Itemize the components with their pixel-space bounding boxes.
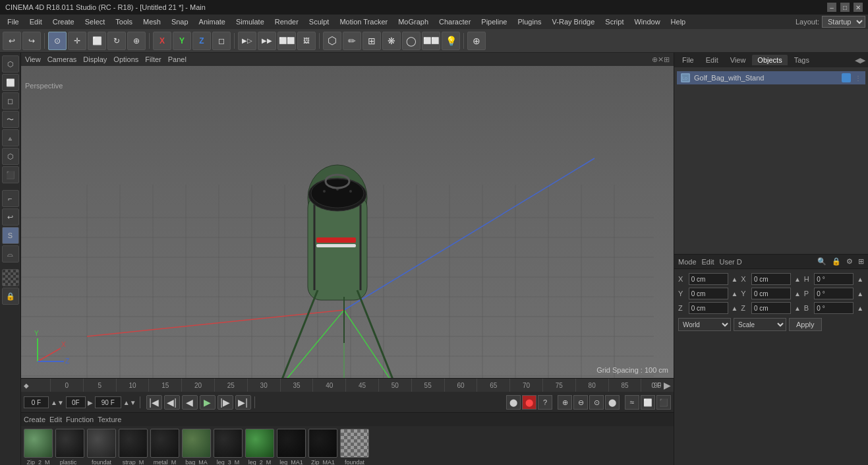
render-picture-button[interactable]: 🖼 [297,32,316,50]
play-forward-button[interactable]: ▶ [200,395,216,410]
menu-character[interactable]: Character [434,16,475,27]
coord-x-rot[interactable] [751,273,791,285]
mat-legma1[interactable]: leg_MA1 [277,429,306,465]
model-mode-icon[interactable]: ⬡ [2,55,19,73]
object-item-golf-bag[interactable]: Lo Golf_Bag_with_Stand ⋮ [677,71,865,84]
coord-b[interactable] [814,302,854,314]
coord-p[interactable] [814,288,854,299]
snap-icon[interactable]: ⊕ [467,32,486,50]
keyframe-remove-button[interactable]: ⊖ [573,395,588,410]
deformer-icon[interactable]: ⟁ [2,129,19,146]
maximize-button[interactable]: □ [840,3,850,12]
move-tool-button[interactable]: ✛ [68,32,86,50]
menu-select[interactable]: Select [80,16,110,27]
mat-zip2m[interactable]: Zip_2_M [24,429,53,465]
particles-icon[interactable]: ❋ [382,32,401,50]
mat-strap[interactable]: strap_M [119,429,148,465]
all-axis-button[interactable]: ◻ [212,32,231,50]
menu-edit[interactable]: Edit [25,16,47,27]
viewport-menu-panel[interactable]: Panel [168,55,187,63]
tab-file[interactable]: File [677,55,699,65]
viewport-menu-options[interactable]: Options [113,55,138,63]
tab-view[interactable]: View [725,55,751,65]
viewport-menu-view[interactable]: View [25,55,41,63]
current-frame-input[interactable] [24,396,49,408]
dope-sheet-button[interactable]: ⬛ [656,395,671,410]
step-back-button[interactable]: ◀| [164,395,180,410]
frame-range-end[interactable] [95,396,121,408]
keyframe-nav-button[interactable]: ⊙ [589,395,604,410]
attr-expand-icon[interactable]: ⊞ [858,257,864,266]
transform-tool-button[interactable]: ⊕ [127,32,146,50]
menu-simulate[interactable]: Simulate [231,16,269,27]
go-start-button[interactable]: |◀ [146,395,162,410]
mat-bagma[interactable]: bag_MA [182,429,211,465]
menu-window[interactable]: Window [629,16,664,27]
coord-x-pos[interactable] [689,273,728,285]
coord-z-rot[interactable] [751,302,791,314]
lock-icon[interactable]: 🔒 [2,288,19,305]
attr-menu-mode[interactable]: Mode [678,258,697,266]
floor-icon[interactable]: ⬜⬜ [422,32,440,50]
attr-lock-icon[interactable]: 🔒 [832,257,841,266]
mat-menu-create[interactable]: Create [24,416,45,423]
menu-tools[interactable]: Tools [111,16,137,27]
layout-select[interactable]: Startup [822,16,865,28]
viewport-menu-filter[interactable]: Filter [145,55,161,63]
mat-plastic[interactable]: plastic_ [55,429,84,465]
scale-system-select[interactable]: Scale [734,318,786,331]
go-end-button[interactable]: ▶| [235,395,251,410]
mat-menu-edit[interactable]: Edit [49,416,62,423]
render-view-button[interactable]: ▶▶ [258,32,276,50]
timeline-button[interactable]: ⬜ [641,395,655,410]
tab-tags[interactable]: Tags [789,55,815,65]
mesh-icon[interactable]: ⬜ [2,74,19,91]
frame-range-start[interactable] [66,396,86,408]
attr-menu-edit[interactable]: Edit [702,258,714,266]
scale-tool-button[interactable]: ⬜ [88,32,106,50]
menu-plugins[interactable]: Plugins [513,16,546,27]
mat-menu-function[interactable]: Function [66,416,94,423]
magnet-icon[interactable]: S [2,227,19,244]
attr-search-icon[interactable]: 🔍 [817,257,826,266]
menu-create[interactable]: Create [48,16,79,27]
light-icon[interactable]: 💡 [442,32,460,50]
paint-icon[interactable]: ✏ [343,32,361,50]
menu-help[interactable]: Help [666,16,691,27]
coord-y-pos[interactable] [689,288,728,299]
coord-system-select[interactable]: World Object [678,318,731,331]
render-multi-button[interactable]: ⬜⬜ [277,32,296,50]
coord-h[interactable] [814,273,854,285]
menu-sculpt[interactable]: Sculpt [304,16,334,27]
right-panel-arrows[interactable]: ◀▶ [855,56,865,65]
menu-script[interactable]: Script [600,16,628,27]
record-active-button[interactable]: ⬤ [522,395,536,410]
attr-menu-userd[interactable]: User D [720,258,742,266]
rotate-tool-button[interactable]: ↻ [107,32,126,50]
viewport-menu-display[interactable]: Display [83,55,107,63]
x-axis-button[interactable]: X [153,32,171,50]
step-forward-button[interactable]: |▶ [217,395,233,410]
sphere-icon[interactable]: ◯ [402,32,420,50]
spline-icon[interactable]: 〜 [2,111,19,128]
mat-leg2m[interactable]: leg_2_M [245,429,274,465]
mat-foundat[interactable]: foundat [87,429,116,465]
viewport[interactable]: View Cameras Display Options Filter Pane… [21,53,674,378]
y-axis-button[interactable]: Y [173,32,191,50]
undo-button[interactable]: ↩ [3,32,21,50]
attr-settings-icon[interactable]: ⚙ [846,257,853,266]
menu-render[interactable]: Render [270,16,303,27]
record-button[interactable]: ⬤ [605,395,620,410]
record-all-button[interactable]: ⬤ [506,395,521,410]
render-region-button[interactable]: ▶▷ [238,32,256,50]
z-axis-button[interactable]: Z [192,32,211,50]
cube-icon[interactable]: ⬛ [2,166,19,183]
menu-snap[interactable]: Snap [167,16,193,27]
menu-pipeline[interactable]: Pipeline [477,16,511,27]
close-button[interactable]: ✕ [854,3,863,12]
keyframe-add-button[interactable]: ⊕ [558,395,572,410]
grid-icon[interactable]: ⊞ [362,32,381,50]
mat-metal[interactable]: metal_M [150,429,179,465]
mat-zipma1[interactable]: Zip_MA1 [308,429,337,465]
tab-edit[interactable]: Edit [701,55,724,65]
